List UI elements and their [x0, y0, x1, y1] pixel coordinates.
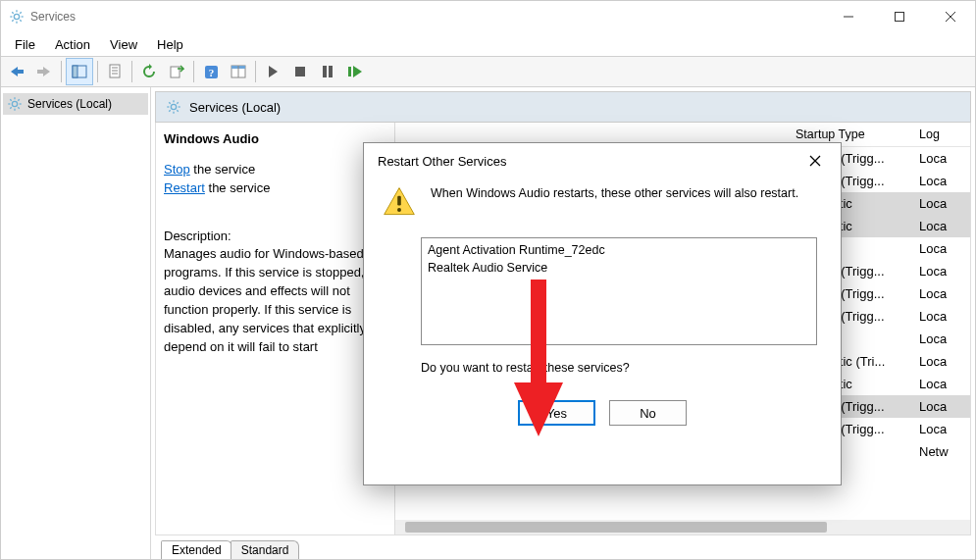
dialog-confirm-text: Do you want to restart these services?: [421, 361, 817, 375]
stop-suffix: the service: [190, 162, 255, 177]
warning-icon: [382, 184, 417, 220]
svg-line-6: [20, 20, 21, 21]
app-icon: [9, 9, 25, 25]
gear-icon: [7, 96, 23, 112]
svg-line-47: [169, 110, 170, 111]
svg-point-31: [12, 101, 17, 106]
tab-standard[interactable]: Standard: [231, 540, 300, 559]
restart-link[interactable]: Restart: [164, 180, 205, 195]
service-extended-info: Windows Audio Stop the service Restart t…: [155, 123, 395, 535]
toolbar-separator: [61, 61, 62, 82]
svg-rect-13: [18, 70, 24, 74]
svg-line-37: [18, 107, 19, 108]
horizontal-scrollbar[interactable]: [395, 520, 970, 535]
svg-line-7: [12, 20, 13, 21]
scrollbar-thumb[interactable]: [405, 522, 827, 533]
restart-service-button[interactable]: [342, 59, 368, 84]
menu-file[interactable]: File: [5, 34, 45, 55]
cell-logon: Loca: [911, 241, 970, 256]
nav-root-label: Services (Local): [27, 97, 112, 111]
cell-logon: Loca: [911, 219, 970, 233]
cell-logon: Loca: [911, 354, 970, 369]
svg-rect-10: [896, 13, 904, 22]
nav-back-button[interactable]: [4, 59, 29, 84]
svg-rect-27: [295, 67, 305, 76]
svg-line-36: [10, 99, 11, 100]
nav-root-item[interactable]: Services (Local): [3, 93, 148, 115]
svg-point-40: [171, 104, 176, 109]
dialog-title: Restart Other Services: [378, 154, 796, 169]
close-button[interactable]: [928, 1, 973, 32]
toolbar: ?: [1, 56, 975, 87]
cell-logon: Loca: [911, 422, 970, 436]
cell-logon: Loca: [911, 196, 970, 211]
refresh-button[interactable]: [136, 59, 162, 84]
restart-suffix: the service: [205, 180, 270, 195]
svg-rect-16: [73, 66, 77, 77]
svg-rect-51: [397, 196, 401, 206]
col-startup-type[interactable]: Startup Type: [788, 127, 911, 141]
dependent-services-list[interactable]: Agent Activation Runtime_72edcRealtek Au…: [421, 237, 817, 345]
toolbar-separator: [193, 61, 194, 82]
export-button[interactable]: [164, 59, 189, 84]
columns-button[interactable]: [226, 59, 251, 84]
col-logon[interactable]: Log: [911, 127, 970, 141]
dialog-titlebar: Restart Other Services: [364, 143, 841, 178]
cell-logon: Netw: [911, 444, 970, 459]
nav-forward-button[interactable]: [31, 59, 57, 84]
nav-pane[interactable]: Services (Local): [1, 87, 151, 559]
cell-logon: Loca: [911, 151, 970, 166]
toolbar-separator: [97, 61, 98, 82]
menu-view[interactable]: View: [100, 34, 147, 55]
restart-line: Restart the service: [164, 179, 386, 198]
stop-link[interactable]: Stop: [164, 162, 190, 177]
window-title: Services: [30, 10, 820, 24]
svg-point-52: [397, 208, 401, 212]
cell-logon: Loca: [911, 264, 970, 279]
svg-line-46: [177, 110, 178, 111]
cell-logon: Loca: [911, 399, 970, 414]
pane-header: Services (Local): [155, 91, 971, 123]
pane-header-label: Services (Local): [189, 100, 281, 115]
list-item[interactable]: Realtek Audio Service: [428, 260, 810, 278]
svg-line-38: [10, 107, 11, 108]
dialog-message: When Windows Audio restarts, these other…: [431, 184, 798, 220]
menu-action[interactable]: Action: [45, 34, 100, 55]
stop-line: Stop the service: [164, 161, 386, 179]
help-button[interactable]: ?: [198, 59, 224, 84]
yes-button[interactable]: Yes: [518, 400, 595, 426]
maximize-button[interactable]: [877, 1, 922, 32]
svg-line-5: [12, 12, 13, 13]
svg-point-0: [14, 14, 19, 19]
toolbar-separator: [255, 61, 256, 82]
restart-other-services-dialog: Restart Other Services When Windows Audi…: [363, 142, 842, 485]
svg-text:?: ?: [208, 67, 214, 78]
cell-logon: Loca: [911, 309, 970, 324]
svg-rect-29: [329, 66, 333, 77]
svg-line-8: [20, 12, 21, 13]
description-text: Manages audio for Windows-based programs…: [164, 245, 386, 356]
services-window: Services File Action View Help ?: [0, 0, 976, 560]
cell-logon: Loca: [911, 286, 970, 301]
tab-extended[interactable]: Extended: [161, 540, 232, 559]
minimize-button[interactable]: [826, 1, 871, 32]
menu-help[interactable]: Help: [147, 34, 193, 55]
cell-logon: Loca: [911, 331, 970, 346]
dialog-buttons: Yes No: [364, 400, 841, 426]
list-item[interactable]: Agent Activation Runtime_72edc: [428, 242, 810, 260]
properties-button[interactable]: [102, 59, 128, 84]
menubar: File Action View Help: [1, 32, 975, 56]
show-hide-tree-button[interactable]: [66, 58, 93, 85]
spacer: [164, 198, 386, 228]
dialog-body: When Windows Audio restarts, these other…: [364, 178, 841, 220]
pause-service-button[interactable]: [315, 59, 340, 84]
svg-line-45: [169, 102, 170, 103]
no-button[interactable]: No: [609, 400, 687, 426]
svg-rect-30: [348, 67, 351, 76]
svg-rect-28: [323, 66, 327, 77]
dialog-close-button[interactable]: [796, 147, 835, 175]
cell-logon: Loca: [911, 377, 970, 391]
start-service-button[interactable]: [260, 59, 285, 84]
stop-service-button[interactable]: [287, 59, 313, 84]
selected-service-name: Windows Audio: [164, 130, 386, 149]
